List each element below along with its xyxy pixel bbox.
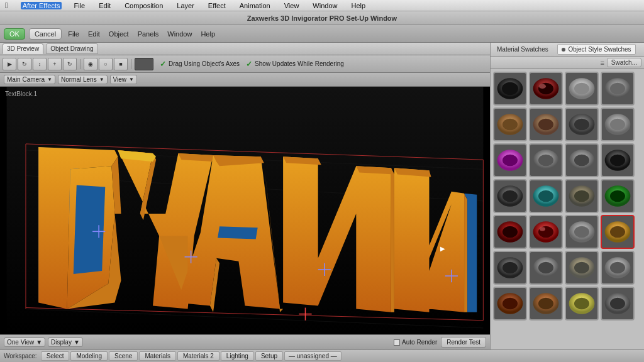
swatch-19[interactable] [565,215,599,249]
auto-render-checkbox[interactable] [394,339,400,346]
swatch-22[interactable] [529,251,563,285]
toolbar-object[interactable]: Object [106,30,131,38]
lens-select[interactable]: Normal Lens ▼ [58,75,108,84]
swatch-24[interactable] [601,251,635,285]
menu-view[interactable]: View [282,2,301,9]
svg-point-88 [502,262,518,274]
svg-point-102 [610,298,625,310]
tab-3d-preview[interactable]: 3D Preview [3,43,43,54]
swatch-15[interactable] [565,179,599,213]
swatch-dropdown-button[interactable]: Swatch... [607,58,641,67]
camera-tool[interactable]: ◉ [84,58,97,70]
swatch-11[interactable] [565,143,599,177]
workspace-bar: Workspace: Select Modeling Scene Materia… [0,349,644,362]
menu-effect[interactable]: Effect [206,2,228,9]
render-test-button[interactable]: Render Test [441,337,486,348]
preview-tabs: 3D Preview Object Drawing [0,43,490,55]
workspace-tab-materials[interactable]: Materials [139,351,176,361]
swatch-23[interactable] [565,251,599,285]
swatch-28[interactable] [601,287,635,321]
pan-tool[interactable]: ↕ [33,58,47,70]
swatch-20[interactable] [601,215,635,249]
viewport[interactable]: TextBlock.1 [0,87,490,334]
menu-layer[interactable]: Layer [175,2,196,9]
swatch-1[interactable] [493,72,527,106]
svg-text:▶: ▶ [440,245,445,252]
tab-object-drawing[interactable]: Object Drawing [46,43,97,54]
drag-axes-check[interactable]: ✓ [160,60,166,69]
workspace-tab-modeling[interactable]: Modeling [70,351,108,361]
swatch-10[interactable] [529,143,563,177]
view-select[interactable]: View ▼ [110,75,137,84]
toolbar-edit[interactable]: Edit [86,30,103,38]
workspace-tab-select[interactable]: Select [41,351,70,361]
swatch-26[interactable] [529,287,563,321]
menu-file[interactable]: File [72,2,87,9]
workspace-tab-setup[interactable]: Setup [255,351,283,361]
swatch-7[interactable] [565,107,599,141]
display-select[interactable]: Display ▼ [48,337,83,347]
toolbar-help[interactable]: Help [198,30,218,38]
swatch-row-7 [493,287,641,321]
swatch-18[interactable] [529,215,563,249]
auto-updates-option: ✓ Show Updates While Rendering [246,60,344,69]
menu-after-effects[interactable]: After Effects [21,2,62,9]
menu-window[interactable]: Window [311,2,339,9]
swatch-2[interactable] [529,72,563,106]
workspace-tab-lighting[interactable]: Lighting [221,351,254,361]
snap-tool[interactable]: ■ [114,58,128,70]
swatches-arrange-icon: ≡ [600,59,604,67]
menu-animation[interactable]: Animation [238,2,272,9]
cancel-button[interactable]: Cancel [29,28,62,40]
svg-marker-24 [218,226,258,239]
light-tool[interactable]: ○ [99,58,113,70]
swatch-9[interactable] [493,143,527,177]
camera-select[interactable]: Main Camera ▼ [4,75,55,84]
tab-object-style-swatches[interactable]: Object Style Swatches [557,44,636,55]
swatch-17[interactable] [493,215,527,249]
workspace-tab-scene[interactable]: Scene [109,351,138,361]
svg-point-56 [538,119,553,131]
color-tool[interactable] [135,58,153,70]
svg-point-61 [610,119,625,131]
toolbar-file[interactable]: File [65,30,82,38]
zoom-tool[interactable]: + [48,58,62,70]
ok-button[interactable]: OK [4,28,25,40]
menu-help[interactable]: Help [349,2,367,9]
swatches-controls: ≡ Swatch... [491,57,644,69]
swatch-4[interactable] [601,72,635,106]
3d-text-canvas: ▶ [0,87,490,334]
swatch-13[interactable] [493,179,527,213]
swatch-14[interactable] [529,179,563,213]
orbit-tool[interactable]: ↻ [18,58,31,70]
swatch-12[interactable] [601,143,635,177]
lens-arrow: ▼ [99,77,104,82]
swatch-8[interactable] [601,107,635,141]
workspace-label-text: Workspace: [4,353,37,359]
menu-composition[interactable]: Composition [123,2,165,9]
rotate-tool[interactable]: ↻ [63,58,77,70]
select-tool[interactable]: ▶ [3,58,16,70]
tab-material-swatches[interactable]: Material Swatches [493,45,552,54]
swatch-6[interactable] [529,107,563,141]
swatch-16[interactable] [601,179,635,213]
svg-point-45 [502,82,518,95]
swatch-5[interactable] [493,107,527,141]
toolbar-panels[interactable]: Panels [135,30,162,38]
swatch-21[interactable] [493,251,527,285]
menu-edit[interactable]: Edit [97,2,113,9]
svg-point-90 [538,262,553,274]
svg-point-86 [610,226,625,238]
view-mode-select[interactable]: One View ▼ [4,337,45,347]
toolbar-window[interactable]: Window [165,30,194,38]
swatch-25[interactable] [493,287,527,321]
apple-icon[interactable]:  [5,1,8,10]
workspace-tab-materials2[interactable]: Materials 2 [177,351,219,361]
swatch-row-4 [493,179,641,213]
window-title: Zaxwerks 3D Invigorator PRO Set-Up Windo… [247,14,397,22]
svg-point-59 [574,119,589,131]
auto-updates-check[interactable]: ✓ [246,60,252,69]
svg-point-48 [539,84,546,89]
swatch-3[interactable] [565,72,599,106]
swatch-27[interactable] [565,287,599,321]
